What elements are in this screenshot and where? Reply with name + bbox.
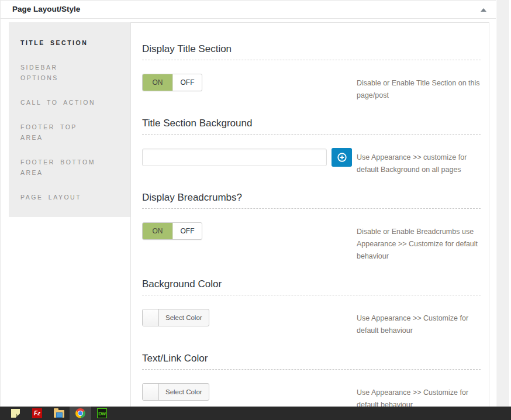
heading-background-color: Background Color [142, 278, 481, 295]
metabox-title: Page Layout/Style [1, 1, 496, 18]
tab-footer-bottom-area[interactable]: FOOTER BOTTOM AREA [9, 150, 113, 185]
filezilla-icon: Fz [32, 408, 42, 418]
sticky-note-icon [11, 409, 20, 418]
taskbar-item-chrome[interactable] [70, 407, 91, 420]
title-section-toggle[interactable]: ON OFF [142, 74, 202, 91]
description-background-color: Use Appearance >> Customize for default … [357, 309, 481, 337]
toggle-on-button[interactable]: ON [143, 74, 172, 91]
chrome-icon [75, 408, 85, 418]
heading-text-link-color: Text/Link Color [142, 353, 481, 370]
heading-title-section-background: Title Section Background [142, 118, 481, 135]
taskbar-item-dreamweaver[interactable]: Dw [91, 407, 113, 420]
select-color-label: Select Color [159, 384, 209, 400]
toggle-off-button[interactable]: OFF [172, 74, 202, 91]
background-color-picker-button[interactable]: Select Color [142, 309, 209, 326]
tab-sidebar-options[interactable]: SIDEBAR OPTIONS [9, 55, 113, 90]
description-title-section-background: Use Appearance >> customize for default … [357, 148, 481, 176]
taskbar-item-file-explorer[interactable] [48, 407, 70, 420]
toggle-off-button[interactable]: OFF [172, 223, 202, 239]
heading-display-title-section: Display Title Section [142, 43, 481, 60]
taskbar: Fz Dw [0, 407, 511, 420]
heading-display-breadcrumbs: Display Breadcrumbs? [142, 192, 481, 209]
description-display-title-section: Disable or Enable Title Section on this … [357, 74, 481, 102]
row-display-breadcrumbs: ON OFF Disable or Enable Breadcrumbs use… [142, 222, 481, 263]
page-layout-style-metabox: Page Layout/Style TITLE SECTION SIDEBAR … [0, 0, 496, 420]
collapse-triangle-icon[interactable] [481, 8, 486, 12]
select-color-label: Select Color [159, 309, 209, 326]
taskbar-item-sticky-note[interactable] [5, 407, 26, 420]
description-display-breadcrumbs: Disable or Enable Breadcrumbs use Appear… [357, 222, 481, 263]
color-swatch [143, 384, 159, 400]
text-link-color-picker-button[interactable]: Select Color [142, 383, 209, 401]
scrollbar-track[interactable] [497, 0, 509, 407]
settings-tab-list: TITLE SECTION SIDEBAR OPTIONS CALL TO AC… [9, 22, 130, 217]
tab-footer-top-area[interactable]: FOOTER TOP AREA [9, 115, 113, 150]
background-input-group [142, 148, 352, 167]
tab-call-to-action[interactable]: CALL TO ACTION [9, 90, 113, 115]
row-title-section-background: Use Appearance >> customize for default … [142, 148, 481, 176]
metabox-header[interactable]: Page Layout/Style [1, 1, 496, 19]
title-background-input[interactable] [142, 149, 327, 166]
color-swatch [143, 309, 159, 326]
plus-circle-icon [337, 152, 347, 163]
dreamweaver-icon: Dw [97, 408, 107, 418]
folder-icon [54, 410, 64, 418]
settings-panel: Display Title Section ON OFF Disable or … [130, 22, 489, 420]
tab-title-section[interactable]: TITLE SECTION [9, 30, 113, 55]
add-image-button[interactable] [332, 148, 352, 167]
breadcrumbs-toggle[interactable]: ON OFF [142, 222, 202, 240]
tab-page-layout[interactable]: PAGE LAYOUT [9, 185, 113, 209]
toggle-on-button[interactable]: ON [143, 223, 172, 239]
taskbar-item-filezilla[interactable]: Fz [26, 407, 48, 420]
row-background-color: Select Color Use Appearance >> Customize… [142, 309, 481, 337]
row-display-title-section: ON OFF Disable or Enable Title Section o… [142, 74, 481, 102]
